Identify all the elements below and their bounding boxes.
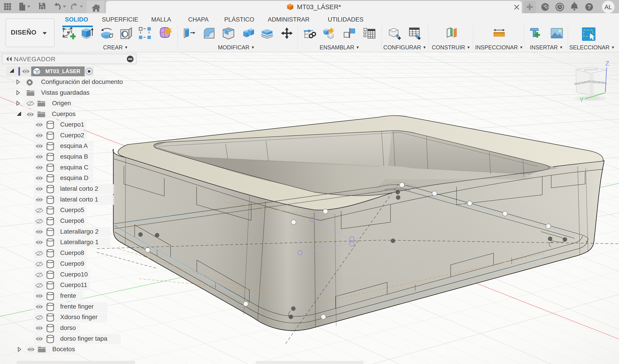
svg-text:AL: AL xyxy=(605,4,612,11)
svg-text:?: ? xyxy=(587,4,591,11)
svg-text:Y: Y xyxy=(579,96,584,103)
svg-text:Z: Z xyxy=(605,60,609,67)
